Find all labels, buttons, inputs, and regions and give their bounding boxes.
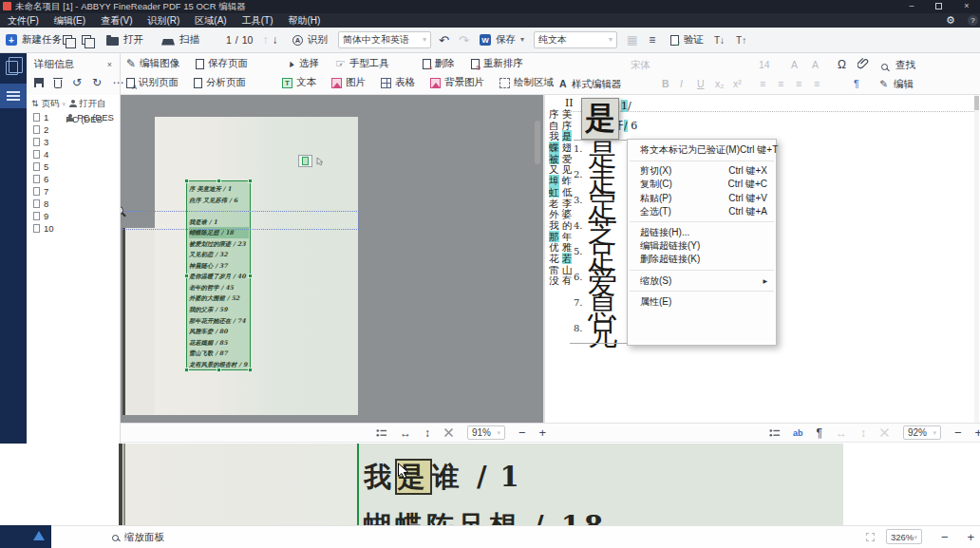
font-size-select[interactable]: 14 <box>759 59 770 70</box>
increase-font-icon[interactable]: A <box>791 59 798 70</box>
style-editor-button[interactable]: 样式编辑器 <box>572 78 622 91</box>
zoom-out-icon[interactable]: − <box>954 426 962 439</box>
menu-item[interactable]: 工具(T) <box>235 13 281 28</box>
ocr-list-item[interactable]: 8. 兄 <box>574 320 627 346</box>
more-icon[interactable]: ⋯ <box>112 77 123 88</box>
recognize-button[interactable]: A 识别 <box>292 28 328 52</box>
formatting-marks-icon[interactable]: ¶ <box>817 427 822 439</box>
fit-width-icon[interactable]: ↔ <box>400 427 411 439</box>
find-icon[interactable] <box>881 61 888 72</box>
special-character-icon[interactable]: Ω <box>838 58 846 71</box>
page-row[interactable]: 9 <box>27 210 121 222</box>
bold-button[interactable]: B <box>662 78 669 89</box>
draw-region-button[interactable]: 绘制区域 <box>499 76 554 89</box>
thumbnails-panel-icon[interactable] <box>0 84 27 108</box>
fit-height-icon[interactable]: ↕ <box>860 427 866 439</box>
menu-item[interactable]: 帮助(H) <box>280 13 328 28</box>
page-row[interactable]: 10 <box>27 222 121 235</box>
zoom-panel-label-group[interactable]: 缩放面板 <box>112 531 164 544</box>
view-options-icon[interactable] <box>376 428 386 438</box>
background-picture-button[interactable]: 背景图片 <box>430 76 484 89</box>
region-type-chip[interactable] <box>298 155 312 167</box>
context-menu-item[interactable]: 超链接(H)... <box>628 226 776 239</box>
language-select[interactable]: 简体中文和英语 ▾ <box>338 31 431 48</box>
page-number-column[interactable]: 页码 <box>42 98 60 110</box>
edit-pencil-icon[interactable]: ✎ <box>879 78 888 89</box>
scan-button[interactable]: 扫描 <box>161 28 199 52</box>
reorder-button[interactable]: ↻重新排序 <box>471 57 523 70</box>
context-menu-item[interactable]: 属性(E) <box>628 295 776 309</box>
menu-item[interactable]: 查看(V) <box>93 13 140 28</box>
page-row[interactable]: 3 <box>27 136 121 148</box>
fit-page-icon[interactable] <box>879 427 890 438</box>
new-task-button[interactable]: + 新建任务 <box>6 28 62 52</box>
underline-button[interactable]: U <box>697 78 705 89</box>
next-page-icon[interactable]: ↓ <box>272 34 277 46</box>
picture-region-button[interactable]: 图片 <box>331 76 366 89</box>
context-menu-item[interactable]: 缩放(S) ▶ <box>628 274 776 288</box>
text-region-button[interactable]: T文本 <box>282 76 316 89</box>
menu-item[interactable]: 区域(A) <box>187 13 234 28</box>
find-label[interactable]: 查找 <box>895 59 915 72</box>
menu-item[interactable]: 识别(R) <box>140 13 187 28</box>
page-row[interactable]: 7 <box>27 185 121 198</box>
context-menu-item[interactable]: 复制(C) Ctrl 键+C <box>628 178 776 191</box>
next-unverified-icon[interactable]: T↓ <box>714 35 725 46</box>
zoom-out-icon[interactable]: − <box>518 426 526 439</box>
delete-region-button[interactable]: ×删除 <box>423 57 455 70</box>
open-button[interactable]: 打开 <box>106 28 143 52</box>
region-handle[interactable] <box>184 274 189 278</box>
region-handle[interactable] <box>248 368 253 372</box>
context-menu-item[interactable]: 剪切(X) Ctrl 键+X <box>628 164 776 178</box>
text-vscroll-thumb[interactable] <box>974 96 979 110</box>
context-menu-item[interactable]: 将文本标记为已验证(M) Ctrl 键+T <box>628 143 776 157</box>
zoom-panel[interactable]: 我是谁/1 蝴蝶陈足想 / 18 <box>0 444 980 525</box>
image-pane[interactable]: 序 美意迪芳 / 1自序 又见苏伟 / 6我是谁 / 1蝴蝶陈足想 / 18被爱… <box>121 95 543 423</box>
layout-preview-icon[interactable]: ▦ <box>627 34 637 46</box>
image-vscrollbar[interactable] <box>535 121 540 164</box>
align-center-icon[interactable]: ≡ <box>778 78 783 89</box>
table-region-button[interactable]: 表格 <box>381 76 415 89</box>
selection-zoom-icon[interactable] <box>866 533 875 541</box>
text-zoom-select[interactable]: 92%▾ <box>903 425 941 440</box>
panel-zoom-select[interactable]: 326%▾ <box>886 529 922 544</box>
text-pane[interactable]: II 序 美 自 序 我 是 蝶 <box>545 95 980 423</box>
source-column[interactable]: 打开自 <box>79 98 106 110</box>
page-row[interactable]: 8 <box>27 198 121 210</box>
maximize-button[interactable] <box>927 0 950 13</box>
subscript-button[interactable]: x₂ <box>715 78 724 89</box>
spellcheck-icon[interactable]: ab <box>793 428 803 438</box>
page-row[interactable]: 6 <box>27 173 121 185</box>
page-row[interactable]: 4 <box>27 148 121 161</box>
context-menu-item[interactable]: 编辑超链接(Y) <box>628 239 776 253</box>
help-icon[interactable]: ? <box>968 15 978 26</box>
region-handle[interactable] <box>217 368 221 372</box>
select-tool-button[interactable]: ▲选择 <box>287 57 319 70</box>
rotate-left-icon[interactable]: ↺ <box>72 77 82 88</box>
rotate-right-icon[interactable]: ↻ <box>92 77 102 88</box>
verify-button[interactable]: ✓ 验证 <box>670 28 704 52</box>
hyperlink-icon[interactable] <box>858 57 869 71</box>
page-row[interactable]: 5 <box>27 161 121 173</box>
image-zoom-select[interactable]: 91%▾ <box>467 425 505 440</box>
send-pages-icon[interactable] <box>63 35 72 45</box>
align-left-icon[interactable]: ≡ <box>760 78 765 89</box>
text-lines-icon[interactable]: ≡ <box>649 34 655 46</box>
context-menu-item[interactable]: 粘贴(P) Ctrl 键+V <box>628 192 776 205</box>
region-handle[interactable] <box>248 274 253 278</box>
hand-tool-button[interactable]: ☞手型工具 <box>335 57 389 70</box>
prev-unverified-icon[interactable]: T↑ <box>736 35 746 46</box>
view-options-icon[interactable] <box>769 428 780 438</box>
gear-icon[interactable]: ⚙ <box>946 14 955 27</box>
pages-panel-icon[interactable] <box>6 61 18 75</box>
region-handle[interactable] <box>217 179 221 183</box>
trash-icon[interactable] <box>54 80 62 88</box>
fit-height-icon[interactable]: ↕ <box>424 427 430 439</box>
redo-icon[interactable]: ↷ <box>459 34 469 47</box>
close-button[interactable]: × <box>955 0 978 13</box>
zoom-in-icon[interactable]: + <box>968 531 975 543</box>
superscript-button[interactable]: x² <box>733 78 742 89</box>
analyze-page-button[interactable]: 分析页面 <box>194 76 246 89</box>
edit-mode-button[interactable]: 编辑 <box>894 78 914 91</box>
recognize-page-button[interactable]: A识别页面 <box>126 76 179 89</box>
